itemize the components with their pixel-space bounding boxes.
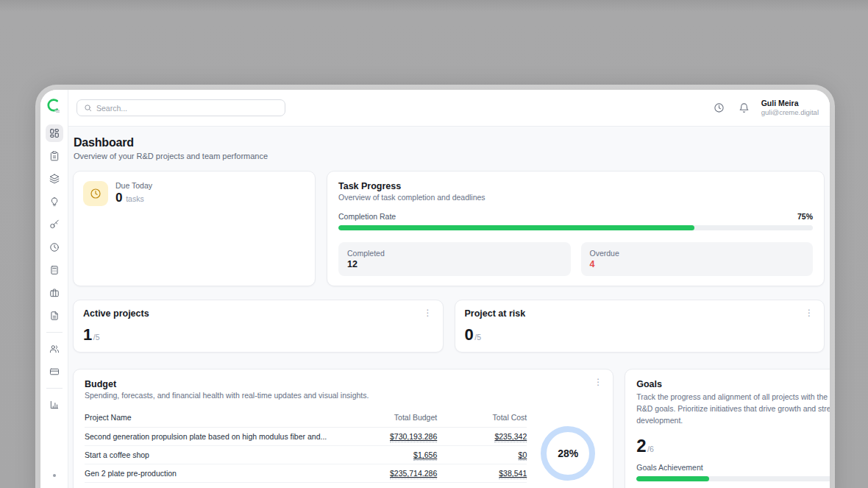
- goals-card: ⋮ Goals Track the progress and alignment…: [625, 369, 830, 488]
- page-header: Dashboard Overview of your R&D projects …: [74, 136, 825, 160]
- completion-rate-label: Completion Rate: [338, 212, 396, 221]
- key-icon: [49, 219, 60, 230]
- total-budget-value[interactable]: $235,714.286: [390, 469, 437, 479]
- total-cost-value[interactable]: $38,541: [499, 469, 527, 479]
- budget-table-body: Second generation propulsion plate based…: [85, 428, 527, 488]
- creme-logo: [46, 98, 63, 117]
- completed-label: Completed: [347, 249, 562, 258]
- bell-icon[interactable]: [739, 102, 750, 114]
- layers-icon: [49, 174, 60, 184]
- search-placeholder: Search...: [96, 104, 127, 113]
- bar-chart-icon: [49, 400, 60, 410]
- overdue-stat: Overdue 4: [581, 242, 814, 276]
- completed-value: 12: [347, 259, 562, 269]
- sidebar: V1.0: [40, 90, 68, 488]
- project-name-cell: Gen 2 plate pre-production: [85, 469, 327, 478]
- sidebar-item-portfolio[interactable]: [46, 284, 63, 302]
- users-icon: [49, 344, 60, 354]
- sidebar-item-tasks[interactable]: [46, 147, 63, 165]
- page-subtitle: Overview of your R&D projects and team p…: [74, 152, 825, 160]
- dashboard-grid-icon: [49, 128, 60, 138]
- budget-donut-chart: 28%: [541, 426, 595, 481]
- file-icon: [49, 311, 60, 321]
- sidebar-item-documents[interactable]: [46, 307, 63, 325]
- budget-donut-wrap: 28%: [534, 400, 602, 488]
- budget-donut-value: 28%: [558, 448, 578, 459]
- main-area: Search... Guli Meira guli@creme.digital …: [68, 90, 830, 488]
- user-menu[interactable]: Guli Meira guli@creme.digital: [761, 99, 819, 117]
- completion-progress-track: [338, 225, 813, 230]
- sidebar-item-billing[interactable]: [46, 363, 63, 381]
- goals-achievement-label: Goals Achievement: [636, 463, 702, 472]
- status-dot: [53, 474, 56, 477]
- sidebar-divider: [46, 388, 63, 389]
- budget-menu-icon[interactable]: ⋮: [591, 376, 605, 388]
- topbar: Search... Guli Meira guli@creme.digital: [68, 90, 830, 127]
- due-today-label: Due Today: [115, 181, 152, 190]
- clipboard-icon: [49, 151, 60, 161]
- table-row: Start a coffee shop$1,656$0: [85, 446, 527, 464]
- active-projects-total: /5: [93, 333, 100, 342]
- goals-value: 2: [636, 436, 646, 456]
- goals-description: Track the progress and alignment of all …: [636, 392, 830, 426]
- project-name-cell: Start a coffee shop: [85, 450, 327, 459]
- goals-progress-track: [636, 476, 830, 481]
- user-email: guli@creme.digital: [761, 108, 819, 117]
- sidebar-item-calculator[interactable]: [46, 261, 63, 279]
- budget-card: ⋮ Budget Spending, forecasts, and financ…: [73, 369, 613, 488]
- task-progress-subtitle: Overview of task completion and deadline…: [338, 193, 813, 202]
- table-row: Gen 2 plate pre-production$235,714.286$3…: [85, 464, 527, 483]
- sidebar-item-projects[interactable]: [46, 170, 63, 188]
- total-budget-value[interactable]: $1,656: [413, 450, 437, 461]
- budget-table-header: Project Name Total Budget Total Cost: [85, 409, 527, 428]
- completion-progress-fill: [338, 225, 694, 230]
- sidebar-item-time-tracking[interactable]: [46, 238, 63, 256]
- overdue-value: 4: [590, 259, 805, 269]
- completion-rate-value: 75%: [797, 212, 813, 221]
- sidebar-item-team[interactable]: [46, 340, 63, 358]
- project-name-cell: Second generation propulsion plate based…: [85, 432, 327, 441]
- total-cost-value[interactable]: $235,342: [494, 432, 527, 442]
- column-project-name: Project Name: [85, 413, 327, 422]
- budget-table: Project Name Total Budget Total Cost Sec…: [85, 409, 527, 488]
- page-title: Dashboard: [74, 136, 825, 149]
- project-at-risk-card: ⋮ Project at risk 0 /5: [455, 300, 825, 353]
- search-input[interactable]: Search...: [77, 99, 285, 116]
- active-projects-menu-icon[interactable]: ⋮: [421, 307, 435, 319]
- sidebar-item-dashboard[interactable]: [46, 124, 63, 142]
- sidebar-divider: [46, 332, 63, 333]
- project-at-risk-value: 0: [465, 325, 474, 344]
- active-projects-value: 1: [83, 325, 92, 344]
- user-name: Guli Meira: [761, 99, 819, 108]
- goals-title: Goals: [636, 379, 830, 389]
- history-clock-icon[interactable]: [714, 102, 725, 114]
- credit-card-icon: [49, 367, 60, 377]
- briefcase-icon: [49, 288, 60, 298]
- lightbulb-icon: [49, 197, 60, 207]
- project-at-risk-menu-icon[interactable]: ⋮: [803, 307, 816, 319]
- sidebar-item-ideas[interactable]: [46, 193, 63, 211]
- dashboard-content: Dashboard Overview of your R&D projects …: [68, 127, 830, 488]
- task-progress-title: Task Progress: [338, 181, 813, 191]
- total-budget-value[interactable]: $730,193.286: [390, 432, 437, 442]
- calculator-icon: [49, 265, 60, 275]
- due-today-unit: tasks: [126, 194, 144, 203]
- task-progress-card: Task Progress Overview of task completio…: [327, 171, 825, 286]
- project-at-risk-title: Project at risk: [465, 308, 815, 319]
- search-icon: [84, 104, 92, 112]
- clock-icon: [49, 242, 60, 252]
- active-projects-title: Active projects: [83, 308, 433, 319]
- active-projects-card: ⋮ Active projects 1 /5: [73, 300, 444, 353]
- sidebar-item-access[interactable]: [46, 216, 63, 233]
- column-total-cost: Total Cost: [437, 413, 527, 422]
- due-today-value: 0 tasks: [115, 191, 152, 205]
- column-total-budget: Total Budget: [327, 413, 437, 422]
- sidebar-item-reports[interactable]: [46, 396, 63, 414]
- project-at-risk-total: /5: [474, 333, 481, 342]
- table-row: Second generation propulsion plate based…: [85, 428, 527, 446]
- overdue-label: Overdue: [590, 249, 805, 258]
- app-window: V1.0 Search... Guli Meira guli@creme.dig…: [40, 90, 830, 488]
- due-today-card: Due Today 0 tasks: [73, 171, 316, 286]
- total-cost-value[interactable]: $0: [519, 450, 527, 461]
- due-clock-icon: [83, 181, 108, 206]
